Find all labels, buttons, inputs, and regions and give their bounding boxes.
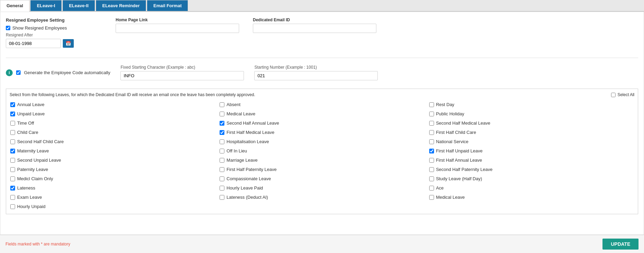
public_holiday-checkbox[interactable] — [429, 112, 434, 116]
list-item: First Half Annual Leave — [429, 156, 634, 164]
tab-eleave2[interactable]: ELeave-II — [62, 0, 95, 11]
hospitalisation_leave-label[interactable]: Hospitalisation Leave — [226, 139, 269, 144]
maternity_leave-label[interactable]: Maternity Leave — [17, 148, 49, 153]
first_half_child_care-checkbox[interactable] — [429, 130, 434, 135]
first_half_annual_leave-label[interactable]: First Half Annual Leave — [436, 158, 482, 163]
first_half_annual_leave-checkbox[interactable] — [429, 158, 434, 163]
tab-eleave1[interactable]: ELeave-I — [30, 0, 61, 11]
second_half_annual_leave-checkbox[interactable] — [220, 121, 224, 126]
unpaid_leave-label[interactable]: Unpaid Leave — [17, 111, 45, 116]
lateness_deduct_al-checkbox[interactable] — [220, 195, 224, 200]
list-item: Time Off — [10, 119, 215, 127]
tab-eleave-reminder[interactable]: ELeave Reminder — [96, 0, 146, 11]
off_in_lieu-checkbox[interactable] — [220, 149, 224, 153]
medical_leave_right-label[interactable]: Medical Leave — [436, 195, 465, 200]
second_half_paternity_leave-label[interactable]: Second Half Paternity Leave — [436, 167, 493, 172]
ace-label[interactable]: Ace — [436, 185, 444, 191]
national_service-checkbox[interactable] — [429, 139, 434, 144]
compassionate_leave-label[interactable]: Compassionate Leave — [226, 176, 271, 181]
medicl_claim_only-checkbox[interactable] — [10, 176, 15, 181]
maternity_leave-checkbox[interactable] — [10, 149, 15, 153]
leave-section: Select from the following Leaves, for wh… — [6, 89, 638, 214]
list-item: Hourly Leave Paid — [219, 184, 425, 192]
second_unpaid_leave-label[interactable]: Second Unpaid Leave — [17, 158, 61, 163]
medical_leave_mid-checkbox[interactable] — [220, 112, 224, 116]
study_leave_half_day-label[interactable]: Study Leave (Half Day) — [436, 176, 482, 181]
lateness-checkbox[interactable] — [10, 186, 15, 191]
second_half_medical_leave-label[interactable]: Second Half Medical Leave — [436, 120, 490, 126]
first_half_paternity_leave-checkbox[interactable] — [220, 167, 224, 172]
list-item: Child Care — [10, 128, 215, 136]
list-item: National Service — [429, 138, 634, 146]
child_care-checkbox[interactable] — [10, 130, 15, 135]
second_half_medical_leave-checkbox[interactable] — [429, 121, 434, 126]
first_half_medical_leave-checkbox[interactable] — [220, 130, 224, 135]
second_half_child_care-label[interactable]: Second Half Child Care — [17, 139, 64, 144]
first_half_unpaid_leave-label[interactable]: First Half Unpaid Leave — [436, 148, 483, 153]
home-page-link-group: Home Page Link — [116, 18, 239, 33]
fixed-char-input[interactable] — [120, 71, 244, 80]
marriage_leave-checkbox[interactable] — [220, 158, 224, 163]
list-item: Second Half Annual Leave — [219, 119, 425, 127]
annual_leave-label[interactable]: Annual Leave — [17, 102, 45, 107]
starting-num-label: Starting Number (Example : 1001) — [254, 65, 378, 70]
first_half_unpaid_leave-checkbox[interactable] — [429, 149, 434, 153]
time_off-label[interactable]: Time Off — [17, 120, 34, 126]
first_half_medical_leave-label[interactable]: First Half Medical Leave — [226, 130, 274, 135]
absent-checkbox[interactable] — [220, 102, 224, 107]
generate-emp-code-checkbox[interactable] — [16, 70, 21, 75]
list-item: Medical Leave — [429, 193, 634, 201]
dedicated-email-input[interactable] — [253, 24, 376, 33]
home-page-link-input[interactable] — [116, 24, 239, 33]
off_in_lieu-label[interactable]: Off In Lieu — [226, 148, 247, 153]
paternity_leave-label[interactable]: Paternity Leave — [17, 167, 48, 172]
time_off-checkbox[interactable] — [10, 121, 15, 126]
hospitalisation_leave-checkbox[interactable] — [220, 139, 224, 144]
compassionate_leave-checkbox[interactable] — [220, 176, 224, 181]
study_leave_half_day-checkbox[interactable] — [429, 176, 434, 181]
medicl_claim_only-label[interactable]: Medicl Claim Only — [17, 176, 53, 181]
tab-email-format[interactable]: Email Format — [147, 0, 188, 11]
hourly_unpaid-label[interactable]: Hourly Unpaid — [17, 204, 45, 209]
hourly_leave_paid-label[interactable]: Hourly Leave Paid — [226, 185, 263, 191]
second_half_child_care-checkbox[interactable] — [10, 139, 15, 144]
list-item: First Half Medical Leave — [219, 128, 425, 136]
resigned-after-input[interactable] — [6, 39, 61, 48]
show-resigned-label[interactable]: Show Resigned Employees — [12, 25, 67, 31]
tab-general[interactable]: General — [0, 0, 30, 12]
hourly_unpaid-checkbox[interactable] — [10, 204, 15, 209]
calendar-button[interactable]: 📅 — [63, 39, 74, 48]
resigned-after-label: Resigned After — [6, 33, 102, 37]
select-all-label[interactable]: Select All — [618, 92, 634, 97]
rest_day-checkbox[interactable] — [429, 102, 434, 107]
public_holiday-label[interactable]: Public Holiday — [436, 111, 464, 116]
list-item: Study Leave (Half Day) — [429, 175, 634, 183]
paternity_leave-checkbox[interactable] — [10, 167, 15, 172]
list-item: Off In Lieu — [219, 147, 425, 155]
starting-num-input[interactable] — [254, 71, 378, 80]
ace-checkbox[interactable] — [429, 186, 434, 191]
lateness_deduct_al-label[interactable]: Lateness (Deduct Al) — [226, 195, 268, 200]
second_half_paternity_leave-checkbox[interactable] — [429, 167, 434, 172]
hourly_leave_paid-checkbox[interactable] — [220, 186, 224, 191]
medical_leave_right-checkbox[interactable] — [429, 195, 434, 200]
select-all-checkbox[interactable] — [611, 93, 616, 97]
absent-label[interactable]: Absent — [226, 102, 240, 107]
exam_leave-checkbox[interactable] — [10, 195, 15, 200]
annual_leave-checkbox[interactable] — [10, 102, 15, 107]
exam_leave-label[interactable]: Exam Leave — [17, 195, 42, 200]
medical_leave_mid-label[interactable]: Medical Leave — [226, 111, 255, 116]
child_care-label[interactable]: Child Care — [17, 130, 38, 135]
first_half_paternity_leave-label[interactable]: First Half Paternity Leave — [226, 167, 277, 172]
marriage_leave-label[interactable]: Marriage Leave — [226, 158, 257, 163]
first_half_child_care-label[interactable]: First Half Child Care — [436, 130, 476, 135]
second_half_annual_leave-label[interactable]: Second Half Annual Leave — [226, 120, 279, 126]
lateness-label[interactable]: Lateness — [17, 185, 35, 191]
unpaid_leave-checkbox[interactable] — [10, 112, 15, 116]
second_unpaid_leave-checkbox[interactable] — [10, 158, 15, 163]
rest_day-label[interactable]: Rest Day — [436, 102, 454, 107]
list-item: Marriage Leave — [219, 156, 425, 164]
generate-emp-code-label[interactable]: Generate the Employee Code automatically — [24, 70, 110, 75]
national_service-label[interactable]: National Service — [436, 139, 469, 144]
show-resigned-checkbox[interactable] — [6, 26, 10, 30]
